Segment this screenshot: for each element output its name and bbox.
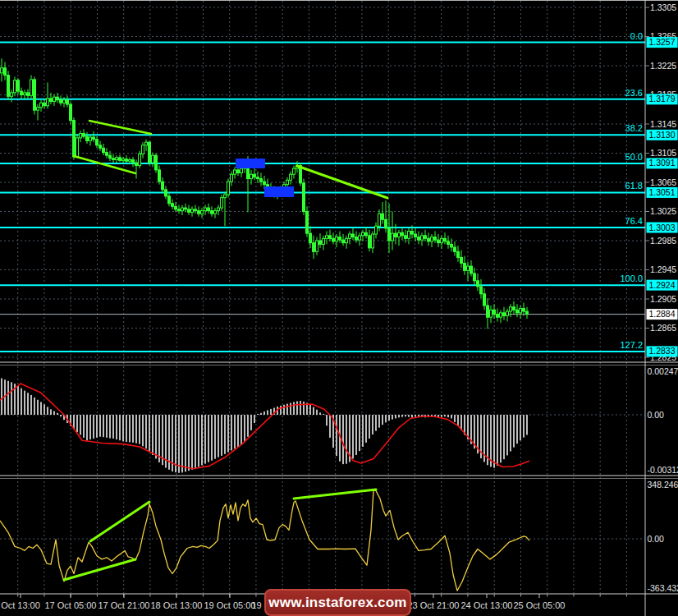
macd-histogram-bar: [270, 409, 272, 415]
fib-price-tag-label: 1.3130: [648, 130, 675, 140]
macd-histogram-bar: [221, 415, 222, 456]
macd-histogram-bar: [451, 415, 452, 418]
macd-pane[interactable]: [0, 378, 529, 472]
candle-body: [493, 310, 496, 314]
macd-histogram-bar: [86, 415, 88, 440]
macd-histogram-bar: [155, 415, 157, 458]
macd-histogram-bar: [408, 415, 410, 417]
candle-body: [122, 159, 125, 161]
candle-body: [523, 309, 525, 312]
macd-histogram-bar: [11, 382, 12, 415]
candle-body: [434, 237, 437, 241]
macd-histogram-bar: [208, 415, 209, 462]
macd-histogram-bar: [181, 415, 183, 472]
candle-body: [487, 306, 489, 317]
candle-body: [185, 208, 187, 209]
candle-body: [241, 168, 243, 172]
candle-body: [86, 136, 89, 140]
candle-body: [99, 145, 102, 149]
macd-histogram-bar: [24, 391, 25, 415]
macd-histogram-bar: [388, 415, 390, 421]
candle-body: [329, 236, 332, 239]
candle-body: [342, 240, 345, 243]
candle-body: [520, 309, 522, 313]
macd-histogram-bar: [375, 415, 377, 431]
macd-histogram-bar: [326, 415, 328, 425]
candle-body: [477, 281, 479, 287]
candle-body: [457, 251, 460, 257]
price-scale-label: 1.3065: [650, 177, 676, 187]
macd-histogram-bar: [369, 415, 370, 439]
cci-pane[interactable]: [0, 490, 529, 591]
candle-body: [168, 196, 171, 204]
macd-histogram-bar: [142, 415, 144, 446]
candle-body: [362, 232, 364, 236]
macd-histogram-bar: [392, 415, 393, 420]
fib-price-tag-label: 1.3091: [648, 158, 675, 168]
price-scale-label: 1.2945: [650, 264, 676, 274]
macd-histogram-bar: [178, 415, 180, 473]
candle-body: [415, 234, 417, 237]
fib-level-label: 0.0: [630, 31, 643, 41]
price-scale-label: 1.3225: [650, 61, 676, 71]
candle-body: [408, 231, 410, 238]
price-scale-label: 1.3025: [650, 206, 676, 216]
macd-histogram-bar: [401, 415, 403, 417]
candle-body: [497, 315, 499, 318]
candle-body: [165, 190, 167, 196]
candle-body: [451, 244, 453, 247]
candle-body: [447, 241, 450, 245]
grid-layer: [0, 1, 645, 593]
macd-histogram-bar: [50, 409, 52, 415]
candle-body: [145, 142, 148, 145]
candle-body: [155, 155, 158, 170]
macd-histogram-bar: [283, 405, 285, 415]
candle-body: [89, 137, 92, 140]
candle-body: [359, 236, 361, 240]
candle-body: [83, 134, 85, 137]
macd-histogram-bar: [244, 415, 245, 442]
macd-histogram-bar: [457, 415, 459, 425]
candle-body: [309, 233, 312, 243]
candle-body: [467, 266, 470, 270]
fib-level-label: 38.2: [625, 123, 643, 133]
macd-histogram-bar: [89, 415, 91, 439]
highlight-box: [264, 186, 294, 197]
macd-histogram-bar: [83, 415, 85, 438]
macd-histogram-bar: [526, 415, 528, 434]
candle-body: [21, 91, 23, 94]
macd-histogram-bar: [152, 415, 153, 455]
candle-body: [234, 170, 236, 174]
price-scale[interactable]: 1.33051.32651.32251.31851.31451.31051.30…: [645, 2, 678, 593]
time-axis-label: 24 Oct 13:00: [461, 600, 513, 610]
chart-canvas[interactable]: 0.023.638.250.061.876.4100.0127.21.33051…: [0, 0, 678, 616]
candle-body: [178, 209, 181, 211]
macd-histogram-bar: [493, 415, 495, 468]
candle-body: [66, 100, 69, 104]
macd-histogram-bar: [497, 415, 498, 466]
candle-body: [441, 238, 443, 242]
watermark-text: www.instaforex.com: [268, 595, 406, 611]
candle-body: [421, 236, 424, 240]
price-scale-label: 1.3145: [650, 119, 676, 129]
macd-histogram-bar: [444, 415, 446, 416]
candle-body: [365, 232, 368, 236]
indicator-scale-label: 348.2465: [648, 480, 678, 490]
candle-body: [149, 142, 151, 163]
candle-body: [218, 208, 220, 211]
candle-body: [109, 155, 112, 159]
candle-body: [503, 313, 506, 316]
macd-histogram-bar: [112, 415, 114, 439]
candle-body: [474, 274, 476, 281]
macd-histogram-bar: [300, 401, 301, 415]
macd-histogram-bar: [224, 415, 226, 454]
macd-histogram-bar: [520, 415, 521, 440]
macd-histogram-bar: [234, 415, 236, 448]
macd-histogram-bar: [99, 415, 101, 437]
macd-histogram-bar: [247, 415, 249, 437]
macd-histogram-bar: [21, 388, 22, 415]
fib-level-label: 76.4: [625, 216, 643, 226]
candle-body: [464, 264, 466, 271]
candle-body: [17, 80, 20, 91]
candle-body: [424, 236, 427, 239]
